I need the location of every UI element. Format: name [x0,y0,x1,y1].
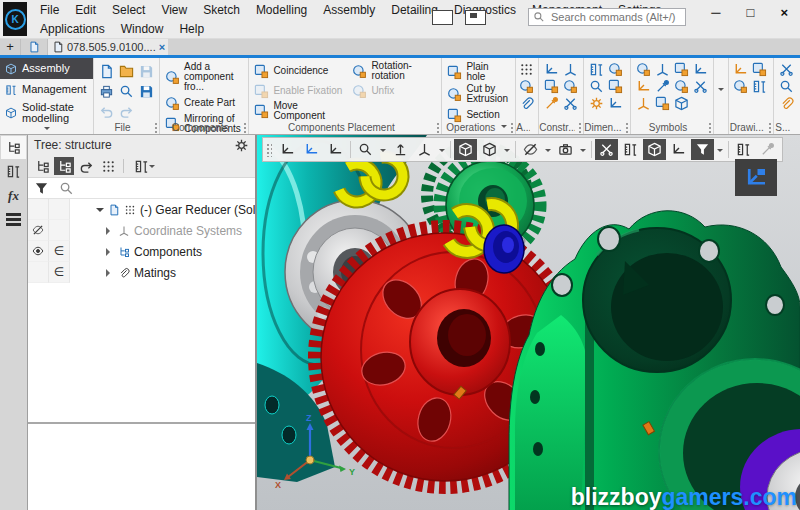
document-tab-active[interactable]: 078.505.9.0100.... × [48,39,168,55]
unfix-button[interactable]: Unfix [350,81,438,101]
view-isometry-xyz-button[interactable] [300,139,323,160]
mode-solid-state[interactable]: Solid-state modelling [0,100,93,126]
tree-display-options-button[interactable] [129,157,159,175]
expander-closed-icon[interactable] [106,248,114,256]
group-handle[interactable] [510,122,515,134]
tool-button[interactable] [733,62,749,77]
create-part-button[interactable]: Create Part [163,93,245,113]
tool-button[interactable] [693,62,709,77]
corner-view-button[interactable] [667,139,690,160]
group-handle[interactable] [243,122,248,134]
view-isometry-button[interactable] [276,139,299,160]
shaded-display-button[interactable] [454,139,477,160]
tree-search-icon[interactable] [59,181,74,196]
save-as-button[interactable] [137,81,157,101]
operations-chevron-icon[interactable] [501,125,507,131]
tool-button[interactable] [655,96,671,111]
new-document-button[interactable] [97,61,117,81]
fit-view-button[interactable] [389,139,412,160]
tool-button[interactable] [519,79,535,94]
visibility-cell[interactable] [28,199,49,220]
tree-row-components[interactable]: ∈ Components [28,241,255,262]
inclusion-cell[interactable] [49,199,70,220]
group-handle[interactable] [436,122,441,134]
tree-selection-button[interactable] [98,157,118,175]
menu-view[interactable]: View [153,3,195,17]
tool-button[interactable] [563,79,579,94]
minimize-button[interactable]: ─ [711,5,720,20]
menu-window[interactable]: Window [113,22,172,36]
home-tab[interactable] [21,39,48,55]
view-normal-button[interactable] [324,139,347,160]
tool-button[interactable] [519,62,535,77]
group-handle[interactable] [154,122,159,134]
tool-button[interactable] [779,96,795,111]
filter-objects-button[interactable] [691,139,714,160]
blue-bushing-part[interactable] [484,225,525,273]
screen-settings-icon[interactable] [465,10,486,25]
tool-button[interactable] [655,79,671,94]
tool-button[interactable] [655,62,671,77]
inclusion-cell[interactable]: ∈ [49,262,70,283]
parameters-panel-button[interactable] [1,160,26,183]
toolbar-drag-handle[interactable] [266,143,272,157]
search-input[interactable] [549,10,681,24]
tool-button[interactable] [693,79,709,94]
inclusion-cell[interactable] [49,220,70,241]
menu-assembly[interactable]: Assembly [315,3,383,17]
mode-management[interactable]: Management [0,79,93,100]
tree-row-root[interactable]: (-) Gear Reducer (Solids-0, Assembly [28,199,255,220]
tool-button[interactable] [589,79,605,94]
save-button[interactable] [137,61,157,81]
undo-button[interactable] [97,101,117,121]
add-component-button[interactable]: Add a component fro... [163,61,245,93]
expander-closed-icon[interactable] [106,269,114,277]
tool-button[interactable] [608,96,624,111]
tool-button[interactable] [589,62,605,77]
tool-button[interactable] [519,96,535,111]
hide-objects-button[interactable] [519,139,542,160]
tree-refresh-button[interactable] [76,157,96,175]
tool-button[interactable] [674,62,690,77]
tree-structure-button[interactable] [54,157,74,175]
visibility-cell[interactable] [28,220,49,241]
image-settings-dropdown[interactable] [578,139,588,160]
group-handle[interactable] [768,122,773,134]
tool-button[interactable] [733,79,749,94]
tool-button[interactable] [608,62,624,77]
menu-help[interactable]: Help [171,22,212,36]
coincidence-button[interactable]: Coincidence [252,61,350,81]
menu-sketch[interactable]: Sketch [195,3,248,17]
open-document-button[interactable] [117,61,137,81]
zoom-button[interactable] [354,139,377,160]
tool-button[interactable] [674,96,690,111]
group-handle[interactable] [708,122,713,134]
expander-closed-icon[interactable] [106,227,114,235]
plain-hole-button[interactable]: Plain hole [445,61,512,83]
orientation-indicator-button[interactable] [735,159,777,196]
panel-splitter[interactable] [28,422,255,424]
group-handle[interactable] [578,122,583,134]
expander-open-icon[interactable] [96,208,104,216]
cut-by-extrusion-button[interactable]: Cut by Extrusion [445,83,512,105]
clipboard-view-button[interactable] [619,139,642,160]
tree-row-matings[interactable]: ∈ Matings [28,262,255,283]
tool-button[interactable] [563,62,579,77]
3d-viewport[interactable]: Z Y X [257,135,800,510]
tool-button[interactable] [608,79,624,94]
filter-funnel-icon[interactable] [34,181,49,196]
preview-button[interactable] [117,81,137,101]
enable-fixation-button[interactable]: Enable Fixation [252,81,350,101]
maximize-button[interactable]: □ [747,5,755,20]
inclusion-cell[interactable]: ∈ [49,241,70,262]
command-search[interactable] [528,8,686,26]
panel-menu-button[interactable] [1,208,26,231]
visibility-cell[interactable] [28,241,49,262]
new-tab-button[interactable]: + [0,39,21,55]
menu-applications[interactable]: Applications [32,22,113,36]
variables-panel-button[interactable]: fx [1,184,26,207]
measure-button[interactable] [732,139,755,160]
mode-assembly[interactable]: Assembly [0,58,93,79]
group-handle[interactable] [625,122,630,134]
tool-button[interactable] [674,79,690,94]
